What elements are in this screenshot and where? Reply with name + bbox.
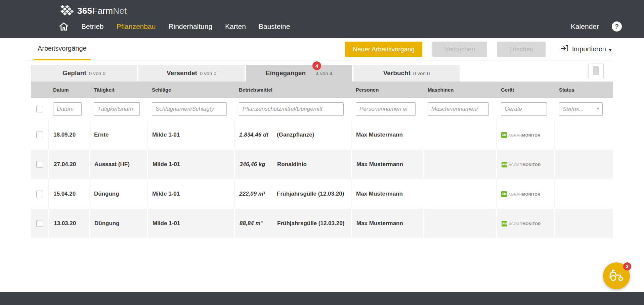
- cell-geraet: AM AGRARMONITOR: [496, 120, 554, 150]
- filter-schlaege-input[interactable]: [152, 102, 227, 116]
- pdf-file-icon: [592, 65, 600, 77]
- loeschen-button[interactable]: Löschen: [497, 42, 546, 57]
- help-icon[interactable]: ?: [612, 21, 622, 32]
- cell-maschinen: [423, 179, 496, 209]
- footer-bar: [0, 292, 644, 305]
- tab-count: 0 von 0: [413, 70, 430, 76]
- cell-betriebsmittel: 222,09 m³ Frühjahrsgülle (12.03.20): [234, 179, 351, 209]
- nav-item-betrieb[interactable]: Betrieb: [81, 22, 104, 31]
- row-checkbox[interactable]: [36, 220, 43, 227]
- cell-personen: Max Mustermann: [351, 209, 423, 238]
- cell-status: [554, 179, 613, 209]
- nav-item-bausteine[interactable]: Bausteine: [259, 22, 290, 31]
- table-header-row: Datum Tätigkeit Schläge Betriebsmittel P…: [31, 82, 613, 98]
- mittel-name: Frühjahrsgülle (12.03.20): [277, 191, 344, 197]
- tab-versendet[interactable]: Versendet 0 von 0: [138, 65, 245, 82]
- status-tabs: Geplant 0 von 0 Versendet 0 von 0 Eingeg…: [31, 65, 613, 82]
- menge-value: 1.834,46 dt: [239, 132, 277, 138]
- cell-status: [554, 120, 613, 150]
- row-checkbox[interactable]: [36, 161, 43, 168]
- farmnet-logo-icon: [59, 4, 75, 17]
- table-row[interactable]: 18.09.20 Ernte Milde 1-01 1.834,46 dt (G…: [31, 120, 613, 150]
- filter-status-select-wrap: Status... ⌄: [559, 102, 603, 116]
- header-status[interactable]: Status: [554, 82, 613, 98]
- filter-status-select[interactable]: Status...: [559, 102, 603, 116]
- menge-value: 222,09 m³: [239, 191, 277, 197]
- header-checkbox-spacer: [31, 82, 48, 98]
- row-checkbox[interactable]: [36, 132, 43, 138]
- cell-datum: 15.04.20: [48, 179, 89, 209]
- agrarmonitor-logo: AM AGRARMONITOR: [501, 132, 541, 138]
- nav-item-kalender[interactable]: Kalender: [571, 22, 599, 31]
- row-checkbox[interactable]: [36, 191, 43, 197]
- cell-taetigkeit: Düngung: [89, 179, 147, 209]
- brand-logo[interactable]: 365FarmNet: [59, 0, 644, 17]
- header-personen[interactable]: Personen: [351, 82, 423, 98]
- page-title[interactable]: Arbeitsvorgänge: [34, 38, 91, 60]
- cell-personen: Max Mustermann: [351, 150, 423, 179]
- menge-value: 346,46 kg: [240, 161, 277, 168]
- cell-datum: 18.09.20: [48, 120, 89, 150]
- cell-taetigkeit: Ernte: [89, 120, 147, 150]
- header-maschinen[interactable]: Maschinen: [423, 82, 496, 98]
- cell-taetigkeit: Düngung: [89, 209, 147, 238]
- nav-item-karten[interactable]: Karten: [225, 22, 246, 31]
- tab-badge: 4: [312, 61, 321, 70]
- chevron-down-icon: ▾: [609, 47, 611, 53]
- tab-count: 4 von 4: [316, 70, 332, 76]
- cell-taetigkeit: Aussaat (HF): [89, 150, 147, 179]
- verbuchen-button[interactable]: Verbuchen: [432, 42, 487, 57]
- header-geraet[interactable]: Gerät: [496, 82, 554, 98]
- new-arbeitsvorgang-button[interactable]: Neuer Arbeitsvorgang: [345, 42, 422, 57]
- cell-betriebsmittel: 346,46 kg Ronaldinio: [234, 150, 351, 179]
- tab-eingegangen[interactable]: Eingegangen 4 von 4 4: [246, 65, 352, 82]
- cell-betriebsmittel: 88,84 m³ Frühjahrsgülle (12.03.20): [234, 209, 351, 238]
- select-all-checkbox[interactable]: [36, 106, 43, 112]
- agrarmonitor-icon: AM: [502, 221, 507, 226]
- table-row[interactable]: 13.03.20 Düngung Milde 1-01 88,84 m³ Frü…: [31, 209, 613, 238]
- filter-geraet-input[interactable]: [501, 102, 547, 116]
- header-taetigkeit[interactable]: Tätigkeit: [89, 82, 147, 98]
- cell-maschinen: [423, 209, 496, 238]
- table-row[interactable]: 15.04.20 Düngung Milde 1-01 222,09 m³ Fr…: [31, 179, 613, 209]
- cell-geraet: AM AGRARMONITOR: [496, 150, 554, 179]
- agrarmonitor-icon: AM: [501, 191, 507, 197]
- agrarmonitor-logo: AM AGRARMONITOR: [502, 220, 541, 227]
- brand-name: 365FarmNet: [77, 6, 127, 16]
- main-nav: Betrieb Pflanzenbau Rinderhaltung Karten…: [59, 17, 644, 36]
- cell-datum: 13.03.20: [48, 209, 89, 238]
- export-pdf-button[interactable]: [588, 63, 604, 79]
- importieren-dropdown[interactable]: Importieren ▾: [560, 44, 611, 54]
- fab-notification-badge: 3: [623, 262, 631, 270]
- nav-item-pflanzenbau[interactable]: Pflanzenbau: [117, 22, 156, 31]
- header-betriebsmittel[interactable]: Betriebsmittel: [234, 82, 351, 98]
- filter-betriebsmittel-input[interactable]: [239, 102, 344, 116]
- importieren-label: Importieren: [572, 45, 606, 53]
- filter-maschinen-input[interactable]: [428, 102, 489, 116]
- mittel-name: Frühjahrsgülle (12.03.20): [277, 220, 344, 227]
- table-row[interactable]: 27.04.20 Aussaat (HF) Milde 1-01 346,46 …: [31, 150, 613, 179]
- agrarmonitor-logo: AM AGRARMONITOR: [501, 191, 541, 197]
- cell-schlaege: Milde 1-01: [147, 150, 234, 179]
- tab-label: Geplant: [62, 69, 86, 77]
- filter-datum-input[interactable]: [53, 102, 82, 116]
- tractor-icon: [608, 269, 625, 283]
- nav-item-rinderhaltung[interactable]: Rinderhaltung: [168, 22, 212, 31]
- cell-geraet: AM AGRARMONITOR: [496, 209, 554, 238]
- cell-schlaege: Milde 1-01: [147, 120, 234, 150]
- cell-geraet: AM AGRARMONITOR: [496, 179, 554, 209]
- home-icon[interactable]: [59, 22, 69, 31]
- cell-maschinen: [423, 120, 496, 150]
- filter-personen-input[interactable]: [356, 102, 416, 116]
- filter-taetigkeit-input[interactable]: [94, 102, 140, 116]
- tab-count: 0 von 0: [200, 70, 216, 76]
- tab-geplant[interactable]: Geplant 0 von 0: [31, 65, 137, 82]
- tab-verbucht[interactable]: Verbucht 0 von 0: [353, 65, 460, 82]
- header-datum[interactable]: Datum: [48, 82, 89, 98]
- header-schlaege[interactable]: Schläge: [147, 82, 234, 98]
- tab-count: 0 von 0: [89, 70, 105, 76]
- mittel-name: (Ganzpflanze): [277, 132, 314, 138]
- tractor-fab-button[interactable]: 3: [603, 262, 630, 289]
- filter-row: Status... ⌄: [31, 98, 613, 120]
- cell-status: [554, 150, 613, 179]
